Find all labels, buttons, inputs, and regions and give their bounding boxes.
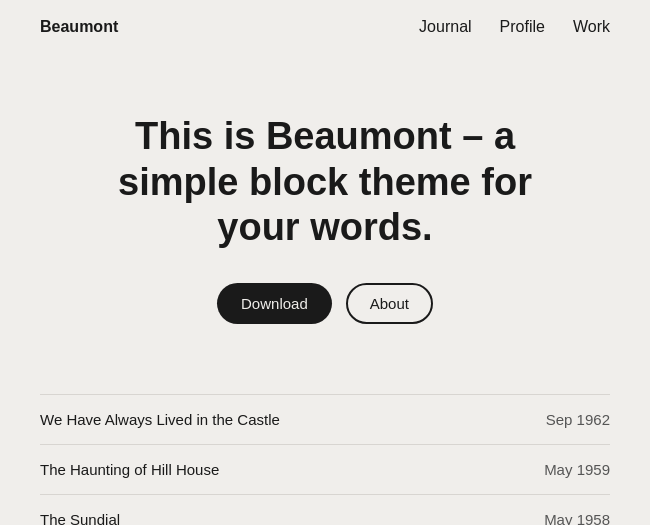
hero-headline: This is Beaumont – a simple block theme …: [80, 114, 570, 251]
book-date: May 1958: [544, 511, 610, 525]
download-button[interactable]: Download: [217, 283, 332, 324]
book-date: Sep 1962: [546, 411, 610, 428]
hero-section: This is Beaumont – a simple block theme …: [0, 54, 650, 374]
book-title: We Have Always Lived in the Castle: [40, 411, 280, 428]
book-date: May 1959: [544, 461, 610, 478]
book-title: The Haunting of Hill House: [40, 461, 219, 478]
book-title: The Sundial: [40, 511, 120, 525]
list-item[interactable]: We Have Always Lived in the CastleSep 19…: [40, 394, 610, 444]
main-nav: Journal Profile Work: [419, 18, 610, 36]
hero-buttons: Download About: [80, 283, 570, 324]
list-item[interactable]: The SundialMay 1958: [40, 494, 610, 525]
nav-profile[interactable]: Profile: [500, 18, 545, 36]
site-header: Beaumont Journal Profile Work: [0, 0, 650, 54]
site-logo[interactable]: Beaumont: [40, 18, 118, 36]
nav-journal[interactable]: Journal: [419, 18, 471, 36]
nav-work[interactable]: Work: [573, 18, 610, 36]
book-list: We Have Always Lived in the CastleSep 19…: [0, 374, 650, 525]
list-item[interactable]: The Haunting of Hill HouseMay 1959: [40, 444, 610, 494]
about-button[interactable]: About: [346, 283, 433, 324]
